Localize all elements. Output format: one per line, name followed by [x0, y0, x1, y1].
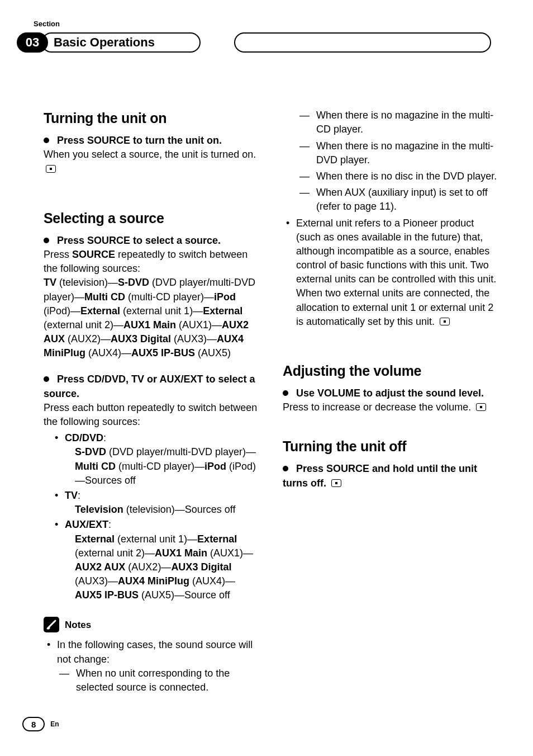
- list-item: AUX/EXT: External (external unit 1)—Exte…: [55, 518, 260, 602]
- notes-header: Notes: [44, 617, 260, 632]
- instr-select-source-2: Press CD/DVD, TV or AUX/EXT to select a …: [44, 372, 260, 400]
- language-label: En: [50, 720, 59, 729]
- source-list: CD/DVD: S-DVD (DVD player/multi-DVD play…: [44, 431, 260, 602]
- bullet-icon: [283, 388, 296, 399]
- notes-list: In the following cases, the sound source…: [44, 638, 260, 694]
- notes-continued-bullet: External unit refers to a Pioneer produc…: [283, 216, 499, 329]
- list-item: In the following cases, the sound source…: [47, 638, 260, 694]
- instr-turn-off: Press SOURCE and hold until the unit tur…: [283, 462, 499, 490]
- list-item: CD/DVD: S-DVD (DVD player/multi-DVD play…: [55, 431, 260, 488]
- right-column: When there is no magazine in the multi-C…: [283, 108, 499, 697]
- source-chain: TV (television)—S-DVD (DVD player/multi-…: [44, 276, 260, 360]
- list-item: When there is no disc in the DVD player.: [299, 169, 499, 183]
- bullet-icon: [283, 463, 296, 474]
- content-area: Turning the unit on Press SOURCE to turn…: [0, 53, 533, 697]
- list-item: When AUX (auxiliary input) is set to off…: [299, 186, 499, 214]
- instr-select-source-1: Press SOURCE to select a source.: [44, 234, 260, 248]
- instr-volume: Use VOLUME to adjust the sound level.: [283, 386, 499, 400]
- list-item: External unit refers to a Pioneer produc…: [286, 216, 499, 329]
- left-column: Turning the unit on Press SOURCE to turn…: [44, 108, 260, 697]
- end-of-section-icon: [331, 479, 341, 487]
- chapter-row: 03 Basic Operations: [17, 32, 533, 53]
- end-of-section-icon: [440, 318, 450, 325]
- end-of-section-icon: [476, 403, 486, 411]
- list-item: TV: Television (television)—Sources off: [55, 489, 260, 517]
- page-header: Section 03 Basic Operations: [0, 0, 533, 53]
- bullet-icon: [44, 374, 57, 385]
- heading-turn-off: Turning the unit off: [283, 437, 499, 456]
- page-number: 8: [22, 717, 45, 731]
- end-of-section-icon: [46, 165, 56, 173]
- section-label: Section: [34, 19, 533, 29]
- notes-label: Notes: [65, 618, 91, 632]
- chapter-pill-decor: [234, 32, 491, 53]
- notes-continued-dash: When there is no magazine in the multi-C…: [283, 108, 499, 214]
- instr-turn-on: Press SOURCE to turn the unit on.: [44, 134, 260, 148]
- body-select-source-2: Press each button repeatedly to switch b…: [44, 401, 260, 429]
- chapter-number-badge: 03: [17, 32, 48, 53]
- body-select-source-1: Press SOURCE repeatedly to switch betwee…: [44, 248, 260, 276]
- body-turn-on: When you select a source, the unit is tu…: [44, 148, 260, 176]
- heading-adjust-volume: Adjusting the volume: [283, 361, 499, 381]
- list-item: When there is no magazine in the multi-D…: [299, 139, 499, 167]
- notes-icon: [44, 617, 59, 632]
- chapter-title: Basic Operations: [41, 32, 201, 53]
- heading-select-source: Selecting a source: [44, 209, 260, 228]
- page-footer: 8 En: [22, 717, 59, 731]
- heading-turn-on: Turning the unit on: [44, 108, 260, 128]
- body-volume: Press to increase or decrease the volume…: [283, 400, 499, 414]
- list-item: When no unit corresponding to the select…: [59, 667, 260, 694]
- list-item: When there is no magazine in the multi-C…: [299, 108, 499, 136]
- bullet-icon: [44, 235, 57, 246]
- bullet-icon: [44, 135, 57, 146]
